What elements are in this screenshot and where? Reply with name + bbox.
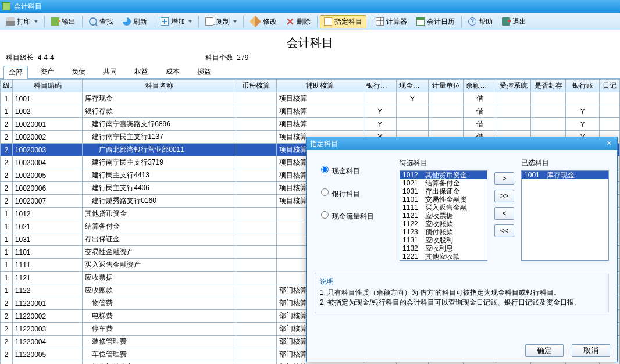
add-button[interactable]: 增加 — [156, 15, 196, 28]
print-icon — [6, 17, 15, 26]
print-button[interactable]: 打印 — [2, 15, 42, 28]
dialog-titlebar[interactable]: 指定科目 × — [307, 137, 617, 150]
window-titlebar: 会计科目 — [0, 0, 620, 13]
col-aux[interactable]: 辅助核算 — [276, 80, 364, 92]
help-icon: ? — [468, 17, 476, 26]
window-title: 会计科目 — [14, 2, 42, 12]
app-icon — [2, 2, 10, 10]
chosen-listbox[interactable]: 1001 库存现金 — [521, 170, 609, 261]
edit-button[interactable]: 修改 — [246, 13, 281, 30]
dropdown-icon — [34, 20, 38, 23]
list-item[interactable]: 1131 应收股利 — [400, 236, 487, 244]
tab-资产[interactable]: 资产 — [35, 65, 59, 78]
tab-负债[interactable]: 负债 — [66, 65, 91, 78]
delete-button[interactable]: 删除 — [282, 15, 315, 28]
list-item[interactable]: 1001 库存现金 — [522, 171, 608, 179]
assign-subject-button[interactable]: 指定科目 — [320, 15, 366, 28]
tab-成本[interactable]: 成本 — [161, 65, 185, 78]
col-unit[interactable]: 计量单位 — [429, 80, 464, 92]
copy-button[interactable]: 复制 — [201, 15, 241, 28]
copy-icon — [205, 17, 213, 26]
move-right-all-button[interactable]: >> — [494, 190, 514, 202]
main-toolbar: 打印 输出 查找 刷新 增加 复制 修改 删除 指定科目 计算器 会计日历 ?帮… — [0, 13, 620, 30]
refresh-icon — [123, 17, 131, 26]
col-level[interactable]: 级次 — [1, 80, 13, 92]
radio-cash[interactable]: 现金科目 — [318, 164, 393, 176]
page-title: 会计科目 — [6, 33, 614, 52]
col-code[interactable]: 科目编码 — [12, 80, 82, 92]
refresh-button[interactable]: 刷新 — [119, 15, 151, 28]
edit-icon — [250, 16, 261, 27]
delete-icon — [286, 17, 294, 26]
dialog-close-button[interactable]: × — [604, 140, 614, 148]
col-direction[interactable]: 余额方向 — [464, 80, 496, 92]
table-row[interactable]: 11001库存现金项目核算Y借 — [1, 92, 620, 105]
dialog-description: 说明 1. 只有科目性质（余额方向）为'借方'的科目可被指定为现金科目或银行科目… — [315, 273, 609, 313]
move-buttons: > >> < << — [494, 158, 514, 261]
table-row[interactable]: 11002银行存款项目核算Y借Y — [1, 105, 620, 118]
export-icon — [51, 17, 59, 26]
help-button[interactable]: ?帮助 — [464, 15, 497, 28]
list-item[interactable]: 1132 应收利息 — [400, 244, 487, 252]
radio-bank[interactable]: 银行科目 — [318, 187, 393, 199]
move-left-button[interactable]: < — [494, 207, 514, 220]
col-sealed[interactable]: 是否封存 — [531, 80, 566, 92]
find-button[interactable]: 查找 — [85, 15, 117, 28]
find-icon — [89, 17, 97, 26]
col-currency[interactable]: 币种核算 — [236, 80, 276, 92]
ok-button[interactable]: 确定 — [525, 344, 564, 357]
list-item[interactable]: 1121 应收票据 — [400, 212, 487, 220]
level-length: 科目级长 4-4-4 — [6, 53, 54, 63]
col-bank-account[interactable]: 银行账 — [566, 80, 600, 92]
pending-label: 待选科目 — [400, 158, 487, 168]
dialog-title: 指定科目 — [310, 139, 338, 149]
list-item[interactable]: 1221 其他应收款 — [400, 252, 487, 260]
calculator-icon — [376, 17, 384, 26]
category-tabs: 全部资产负债共同权益成本损益 — [0, 67, 620, 79]
chosen-label: 已选科目 — [521, 158, 609, 168]
exit-icon — [502, 17, 510, 26]
calendar-button[interactable]: 会计日历 — [412, 15, 459, 28]
assign-icon — [324, 17, 332, 26]
list-item[interactable]: 1101 交易性金融资 — [400, 195, 487, 204]
tab-共同[interactable]: 共同 — [98, 65, 122, 78]
dropdown-icon — [233, 20, 237, 23]
calendar-icon — [416, 17, 425, 26]
cancel-button[interactable]: 取消 — [572, 344, 610, 357]
tab-权益[interactable]: 权益 — [129, 65, 154, 78]
subject-type-radios: 现金科目 银行科目 现金流量科目 — [315, 158, 393, 261]
tab-损益[interactable]: 损益 — [192, 65, 216, 78]
move-left-all-button[interactable]: << — [494, 224, 514, 237]
col-cash[interactable]: 现金科目 — [396, 80, 429, 92]
list-item[interactable]: 1111 买入返售金融 — [400, 204, 487, 212]
list-item[interactable]: 1012 其他货币资金 — [400, 171, 487, 179]
table-row[interactable]: 210020001建行南宁嘉宾路支行6896项目核算Y借Y — [1, 118, 620, 131]
tab-全部[interactable]: 全部 — [3, 66, 28, 79]
assign-subject-dialog: 指定科目 × 现金科目 银行科目 现金流量科目 待选科目 1012 其他货币资金… — [306, 137, 618, 362]
list-item[interactable]: 1021 结算备付金 — [400, 179, 487, 187]
calculator-button[interactable]: 计算器 — [372, 15, 411, 28]
list-item[interactable]: 1122 应收账款 — [400, 220, 487, 228]
exit-button[interactable]: 退出 — [498, 15, 530, 28]
export-button[interactable]: 输出 — [47, 15, 80, 28]
radio-flow[interactable]: 现金流量科目 — [318, 209, 393, 222]
add-icon — [161, 17, 169, 26]
col-name[interactable]: 科目名称 — [83, 80, 236, 92]
pending-listbox[interactable]: 1012 其他货币资金1021 结算备付金1031 存出保证金1101 交易性金… — [400, 170, 487, 261]
dropdown-icon — [188, 20, 192, 23]
col-daily[interactable]: 日记 — [600, 80, 620, 92]
col-bank[interactable]: 银行科目 — [364, 80, 397, 92]
list-item[interactable]: 1321 坏账准备 — [400, 260, 487, 261]
list-item[interactable]: 1031 存出保证金 — [400, 187, 487, 195]
subject-count: 科目个数 279 — [205, 53, 249, 63]
col-system[interactable]: 受控系统 — [496, 80, 530, 92]
list-item[interactable]: 1123 预付账款 — [400, 228, 487, 236]
move-right-button[interactable]: > — [494, 172, 514, 185]
